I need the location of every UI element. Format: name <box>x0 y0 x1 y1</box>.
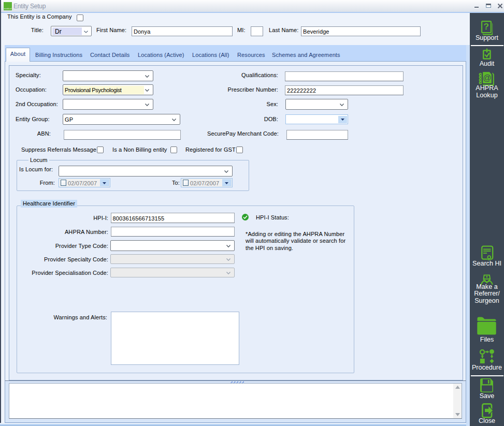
svg-text:?: ? <box>484 22 489 32</box>
svg-text:@: @ <box>483 74 491 82</box>
